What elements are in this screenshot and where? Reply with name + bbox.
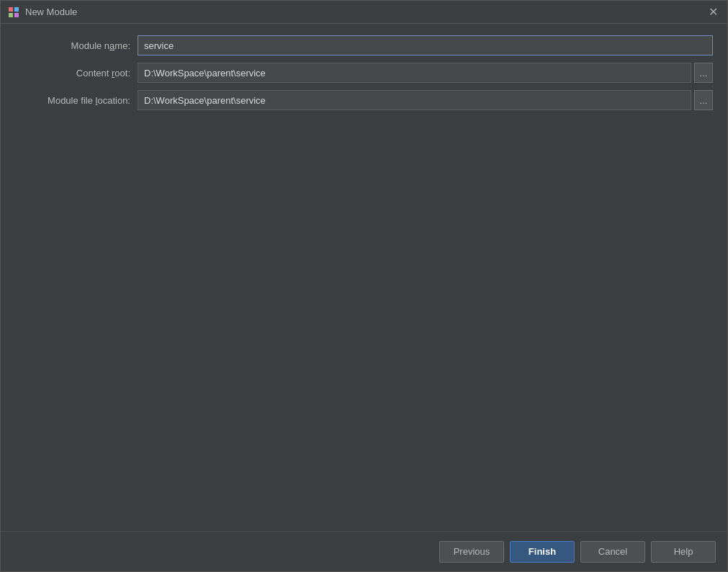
content-area: Module name: Content root: ... Module fi… <box>1 24 727 531</box>
svg-rect-0 <box>9 7 13 12</box>
module-name-row: Module name: <box>15 35 713 55</box>
module-file-location-row: Module file location: ... <box>15 90 713 110</box>
spacer <box>15 117 713 519</box>
svg-rect-2 <box>9 13 13 17</box>
content-root-input-wrapper: ... <box>138 63 713 83</box>
content-root-input[interactable] <box>138 63 691 83</box>
previous-button[interactable]: Previous <box>439 541 504 563</box>
module-file-location-input[interactable] <box>138 90 691 110</box>
footer: Previous Finish Cancel Help <box>1 531 727 571</box>
dialog-title: New Module <box>25 6 77 17</box>
new-module-dialog: New Module ✕ Module name: Content root: … <box>0 0 728 572</box>
module-file-location-browse-button[interactable]: ... <box>694 90 713 110</box>
content-root-row: Content root: ... <box>15 63 713 83</box>
module-name-label: Module name: <box>15 40 130 51</box>
svg-rect-3 <box>14 13 19 17</box>
module-name-input[interactable] <box>138 35 713 55</box>
close-button[interactable]: ✕ <box>706 5 720 19</box>
module-file-location-input-wrapper: ... <box>138 90 713 110</box>
module-name-input-wrapper <box>138 35 713 55</box>
content-root-browse-button[interactable]: ... <box>694 63 713 83</box>
module-file-location-label: Module file location: <box>15 95 130 106</box>
finish-button[interactable]: Finish <box>510 541 575 563</box>
svg-rect-1 <box>14 7 19 12</box>
title-bar: New Module ✕ <box>1 1 727 24</box>
cancel-button[interactable]: Cancel <box>580 541 645 563</box>
content-root-label: Content root: <box>15 68 130 79</box>
title-bar-left: New Module <box>8 6 77 18</box>
module-icon <box>8 6 19 18</box>
help-button[interactable]: Help <box>651 541 716 563</box>
